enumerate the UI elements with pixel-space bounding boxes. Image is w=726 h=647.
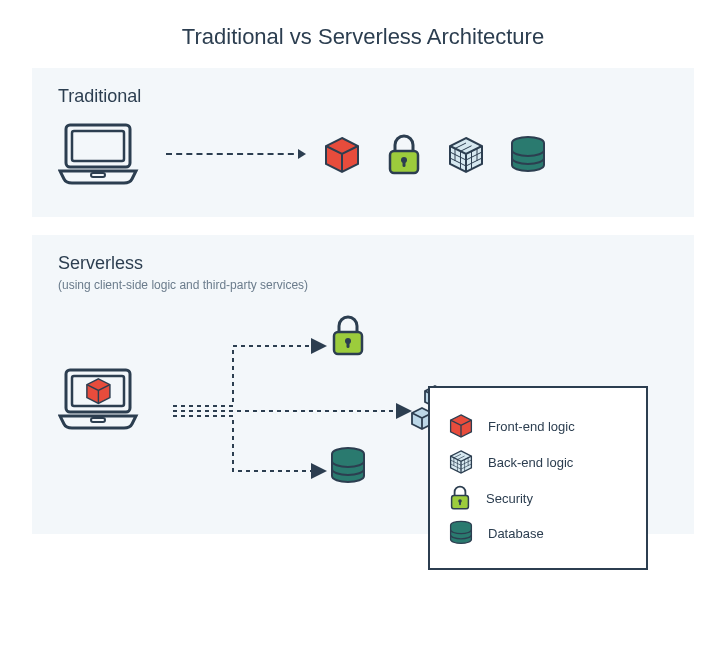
database-icon <box>508 135 548 175</box>
legend-item-backend: Back-end logic <box>448 448 628 476</box>
legend-item-frontend: Front-end logic <box>448 412 628 440</box>
serverless-heading: Serverless <box>58 253 668 274</box>
legend-label: Database <box>488 526 544 541</box>
serverless-subheading: (using client-side logic and third-party… <box>58 278 668 292</box>
database-icon <box>328 446 368 486</box>
legend-label: Security <box>486 491 533 506</box>
backend-cube-icon <box>448 448 474 476</box>
legend-item-database: Database <box>448 520 628 546</box>
legend-item-security: Security <box>448 484 628 512</box>
lock-icon <box>328 314 368 358</box>
legend-label: Front-end logic <box>488 419 575 434</box>
legend-box: Front-end logic Back-end logic Security … <box>428 386 648 570</box>
traditional-panel: Traditional <box>32 68 694 217</box>
traditional-heading: Traditional <box>58 86 668 107</box>
frontend-cube-icon <box>448 412 474 440</box>
laptop-with-cube-icon <box>58 366 158 438</box>
laptop-icon <box>58 121 148 189</box>
backend-cube-icon <box>446 134 486 176</box>
diagram-title: Traditional vs Serverless Architecture <box>0 0 726 68</box>
lock-icon <box>448 484 472 512</box>
legend-label: Back-end logic <box>488 455 573 470</box>
frontend-cube-icon <box>322 134 362 176</box>
arrow-icon <box>166 153 304 157</box>
database-icon <box>448 520 474 546</box>
branch-arrows-icon <box>173 336 353 506</box>
serverless-panel: Serverless (using client-side logic and … <box>32 235 694 534</box>
lock-icon <box>384 133 424 177</box>
